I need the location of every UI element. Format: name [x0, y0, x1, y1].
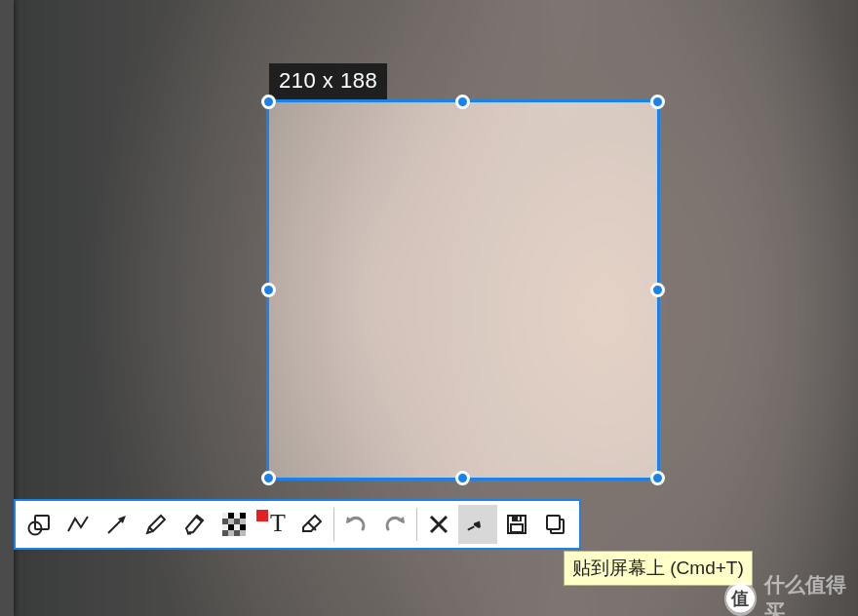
watermark-text: 什么值得买: [764, 571, 858, 616]
watermark: 值 什么值得买: [724, 571, 858, 616]
eraser-button[interactable]: [292, 505, 332, 544]
arrow-button[interactable]: [98, 505, 136, 544]
handle-s[interactable]: [455, 471, 470, 485]
eraser-icon: [299, 512, 325, 537]
shape-button[interactable]: [20, 505, 58, 544]
screenshot-canvas: 210 x 188 T 贴到屏幕上 (Cmd+T) 值 什么值得买: [0, 0, 858, 616]
polyline-button[interactable]: [58, 505, 98, 544]
marker-button[interactable]: [176, 505, 214, 544]
text-icon: T: [260, 512, 286, 537]
handle-se[interactable]: [650, 471, 665, 485]
toolbar-separator: [416, 508, 417, 541]
undo-icon: [343, 512, 369, 537]
pencil-icon: [143, 512, 169, 537]
redo-button[interactable]: [375, 505, 414, 544]
copy-icon: [543, 512, 568, 537]
handle-nw[interactable]: [261, 95, 276, 109]
save-icon: [504, 512, 529, 537]
cancel-button[interactable]: [419, 505, 458, 544]
toolbar-separator: [333, 508, 334, 541]
marker-icon: [182, 512, 208, 537]
selection-rectangle[interactable]: 210 x 188: [266, 99, 660, 481]
handle-n[interactable]: [455, 95, 470, 109]
pin-icon: [465, 512, 490, 537]
dimension-label: 210 x 188: [269, 63, 387, 99]
handle-sw[interactable]: [261, 471, 276, 485]
mosaic-icon: [222, 513, 246, 536]
handle-ne[interactable]: [650, 95, 665, 109]
polyline-icon: [65, 512, 91, 537]
annotation-toolbar: T: [14, 499, 581, 550]
save-button[interactable]: [497, 505, 536, 544]
cancel-icon: [426, 512, 451, 537]
watermark-badge-icon: 值: [724, 581, 757, 616]
selection-content: [269, 102, 657, 478]
mosaic-button[interactable]: [214, 505, 254, 544]
copy-button[interactable]: [536, 505, 575, 544]
text-button[interactable]: T: [254, 505, 292, 544]
handle-e[interactable]: [650, 283, 665, 297]
undo-button[interactable]: [336, 505, 375, 544]
left-edge: [0, 0, 14, 616]
pin-button[interactable]: [458, 505, 497, 544]
handle-w[interactable]: [261, 283, 276, 297]
arrow-icon: [104, 512, 130, 537]
pencil-button[interactable]: [136, 505, 176, 544]
redo-icon: [382, 512, 408, 537]
shape-icon: [26, 512, 52, 537]
